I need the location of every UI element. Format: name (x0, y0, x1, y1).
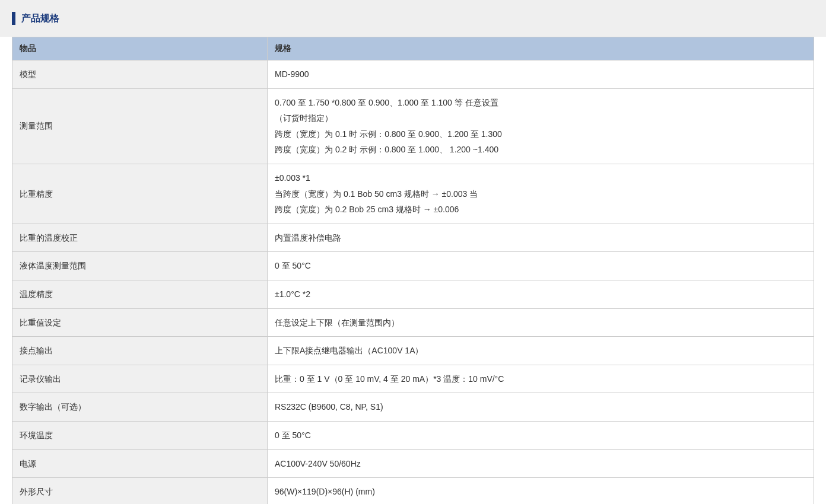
table-row: 电源AC100V-240V 50/60Hz (12, 449, 814, 478)
table-cell-item: 接点输出 (12, 337, 268, 365)
section-bar-icon (12, 12, 15, 25)
table-cell-item: 外形尺寸 (12, 478, 268, 504)
table-row: 比重值设定任意设定上下限（在测量范围内） (12, 308, 814, 337)
table-row: 外形尺寸96(W)×119(D)×96(H) (mm) (12, 478, 814, 504)
table-row: 温度精度±1.0°C *2 (12, 280, 814, 308)
table-cell-spec: 96(W)×119(D)×96(H) (mm) (268, 478, 814, 504)
table-cell-spec: ±0.003 *1 当跨度（宽度）为 0.1 Bob 50 cm3 规格时 → … (268, 164, 814, 224)
table-row: 模型MD-9900 (12, 60, 814, 89)
table-cell-item: 比重的温度校正 (12, 224, 268, 252)
table-cell-item: 环境温度 (12, 421, 268, 449)
table-header-spec: 规格 (268, 37, 814, 60)
table-row: 比重的温度校正内置温度补偿电路 (12, 224, 814, 252)
table-cell-spec: ±1.0°C *2 (268, 280, 814, 308)
table-cell-item: 电源 (12, 449, 268, 478)
table-cell-spec: RS232C (B9600, C8, NP, S1) (268, 393, 814, 422)
table-cell-item: 模型 (12, 60, 268, 89)
table-cell-item: 液体温度测量范围 (12, 252, 268, 280)
table-row: 液体温度测量范围0 至 50°C (12, 252, 814, 280)
table-header-item: 物品 (12, 37, 268, 60)
spec-table-container: 物品 规格 模型MD-9900测量范围0.700 至 1.750 *0.800 … (0, 37, 826, 504)
table-row: 环境温度0 至 50°C (12, 421, 814, 449)
table-cell-spec: 0.700 至 1.750 *0.800 至 0.900、1.000 至 1.1… (268, 88, 814, 164)
table-row: 接点输出上下限A接点继电器输出（AC100V 1A） (12, 337, 814, 365)
table-cell-item: 数字输出（可选） (12, 393, 268, 422)
section-title: 产品规格 (21, 12, 59, 25)
table-cell-spec: 任意设定上下限（在测量范围内） (268, 308, 814, 337)
table-cell-spec: 上下限A接点继电器输出（AC100V 1A） (268, 337, 814, 365)
table-cell-spec: 0 至 50°C (268, 421, 814, 449)
table-cell-spec: 比重：0 至 1 V（0 至 10 mV, 4 至 20 mA）*3 温度：10… (268, 365, 814, 393)
table-row: 数字输出（可选）RS232C (B9600, C8, NP, S1) (12, 393, 814, 422)
table-cell-item: 测量范围 (12, 88, 268, 164)
table-cell-item: 比重值设定 (12, 308, 268, 337)
table-cell-item: 比重精度 (12, 164, 268, 224)
table-cell-item: 温度精度 (12, 280, 268, 308)
table-row: 测量范围0.700 至 1.750 *0.800 至 0.900、1.000 至… (12, 88, 814, 164)
table-row: 比重精度±0.003 *1 当跨度（宽度）为 0.1 Bob 50 cm3 规格… (12, 164, 814, 224)
table-cell-spec: 0 至 50°C (268, 252, 814, 280)
section-header: 产品规格 (0, 0, 826, 37)
table-cell-spec: 内置温度补偿电路 (268, 224, 814, 252)
table-row: 记录仪输出比重：0 至 1 V（0 至 10 mV, 4 至 20 mA）*3 … (12, 365, 814, 393)
table-cell-item: 记录仪输出 (12, 365, 268, 393)
table-cell-spec: AC100V-240V 50/60Hz (268, 449, 814, 478)
spec-table: 物品 规格 模型MD-9900测量范围0.700 至 1.750 *0.800 … (12, 37, 814, 504)
table-cell-spec: MD-9900 (268, 60, 814, 89)
